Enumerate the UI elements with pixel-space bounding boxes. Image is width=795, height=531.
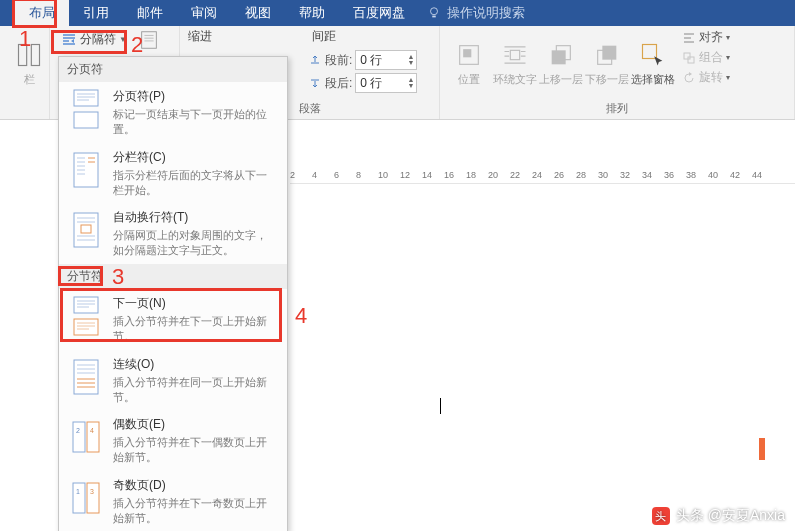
wrap-label: 环绕文字 — [493, 72, 537, 87]
spacing-before-value: 0 行 — [360, 52, 382, 69]
indent-heading: 缩进 — [186, 28, 212, 45]
spinner-arrows-icon[interactable]: ▲▼ — [407, 77, 414, 89]
position-icon — [455, 41, 483, 69]
wrap-text-button[interactable]: 环绕文字 — [492, 28, 538, 100]
menu-item-page-break[interactable]: 分页符(P) 标记一页结束与下一页开始的位置。 — [59, 82, 287, 143]
menu-item-next-page[interactable]: 下一页(N) 插入分节符并在下一页上开始新节。 — [59, 289, 287, 350]
menu-item-text-wrapping-break[interactable]: 自动换行符(T) 分隔网页上的对象周围的文字，如分隔题注文字与正文。 — [59, 203, 287, 264]
tab-help[interactable]: 帮助 — [285, 0, 339, 26]
column-break-icon — [69, 149, 103, 191]
annotation-number-1: 1 — [19, 26, 31, 52]
menu-item-even-page[interactable]: 24 偶数页(E) 插入分节符并在下一偶数页上开始新节。 — [59, 410, 287, 471]
chevron-down-icon: ▼ — [119, 35, 127, 44]
position-label: 位置 — [458, 72, 480, 87]
forward-label: 上移一层 — [539, 72, 583, 87]
ruler-tick: 26 — [554, 170, 564, 180]
svg-rect-20 — [74, 319, 98, 335]
svg-text:4: 4 — [90, 427, 94, 434]
ruler-tick: 44 — [752, 170, 762, 180]
menu-item-title: 奇数页(D) — [113, 477, 277, 494]
tab-mail[interactable]: 邮件 — [123, 0, 177, 26]
text-cursor — [440, 398, 441, 414]
spacing-before-icon — [308, 53, 322, 67]
ruler-tick: 20 — [488, 170, 498, 180]
ruler-tick: 4 — [312, 170, 317, 180]
svg-rect-12 — [684, 53, 690, 59]
tell-me-label: 操作说明搜索 — [447, 4, 525, 22]
bring-forward-button[interactable]: 上移一层 — [538, 28, 584, 100]
selection-pane-button[interactable]: 选择窗格 — [630, 28, 676, 100]
even-page-icon: 24 — [69, 416, 103, 458]
ruler-tick: 12 — [400, 170, 410, 180]
tab-references[interactable]: 引用 — [69, 0, 123, 26]
continuous-icon — [69, 356, 103, 398]
menu-item-title: 分栏符(C) — [113, 149, 277, 166]
menu-item-column-break[interactable]: 分栏符(C) 指示分栏符后面的文字将从下一栏开始。 — [59, 143, 287, 204]
ruler-tick: 6 — [334, 170, 339, 180]
rotate-button[interactable]: 旋转▾ — [680, 68, 732, 87]
spinner-arrows-icon[interactable]: ▲▼ — [407, 54, 414, 66]
horizontal-ruler[interactable]: 2468101214161820222426283032343638404244 — [290, 166, 795, 184]
tab-review[interactable]: 审阅 — [177, 0, 231, 26]
watermark-text: 头条 @安夏Anxia — [676, 507, 785, 525]
menu-item-desc: 插入分节符并在同一页上开始新节。 — [113, 375, 277, 405]
menu-item-desc: 插入分节符并在下一偶数页上开始新节。 — [113, 435, 277, 465]
annotation-number-3: 3 — [112, 264, 124, 290]
columns-label: 栏 — [24, 72, 35, 87]
group-label-arrange: 排列 — [440, 101, 794, 116]
backward-icon — [593, 41, 621, 69]
send-backward-button[interactable]: 下移一层 — [584, 28, 630, 100]
ruler-tick: 24 — [532, 170, 542, 180]
spacing-after-input[interactable]: 0 行 ▲▼ — [355, 73, 417, 93]
menu-item-title: 下一页(N) — [113, 295, 277, 312]
text-wrap-break-icon — [69, 209, 103, 251]
menu-item-odd-page[interactable]: 13 奇数页(D) 插入分节符并在下一奇数页上开始新节。 — [59, 471, 287, 531]
menu-item-desc: 插入分节符并在下一页上开始新节。 — [113, 314, 277, 344]
tab-baidu[interactable]: 百度网盘 — [339, 0, 419, 26]
menu-heading-page-breaks: 分页符 — [59, 57, 287, 82]
menu-item-desc: 分隔网页上的对象周围的文字，如分隔题注文字与正文。 — [113, 228, 277, 258]
annotation-number-4: 4 — [295, 303, 307, 329]
watermark: 头 头条 @安夏Anxia — [652, 507, 785, 525]
svg-text:1: 1 — [76, 488, 80, 495]
tab-view[interactable]: 视图 — [231, 0, 285, 26]
svg-rect-7 — [552, 50, 566, 64]
tab-layout[interactable]: 布局 — [15, 0, 69, 26]
ruler-tick: 36 — [664, 170, 674, 180]
tell-me-search[interactable]: 操作说明搜索 — [427, 0, 525, 26]
spacing-before-label: 段前: — [325, 52, 352, 69]
spacing-before-input[interactable]: 0 行 ▲▼ — [355, 50, 417, 70]
breaks-dropdown-menu: 分页符 分页符(P) 标记一页结束与下一页开始的位置。 分栏符(C) 指示分栏符… — [58, 56, 288, 531]
menu-item-title: 自动换行符(T) — [113, 209, 277, 226]
spacing-heading: 间距 — [310, 28, 336, 45]
menu-item-desc: 标记一页结束与下一页开始的位置。 — [113, 107, 277, 137]
page-edge-marker — [759, 438, 765, 460]
ruler-tick: 16 — [444, 170, 454, 180]
svg-rect-19 — [74, 297, 98, 313]
menu-item-title: 连续(O) — [113, 356, 277, 373]
ruler-tick: 30 — [598, 170, 608, 180]
menu-item-desc: 插入分节符并在下一奇数页上开始新节。 — [113, 496, 277, 526]
spacing-after-label: 段后: — [325, 75, 352, 92]
spacing-after-icon — [308, 76, 322, 90]
lightbulb-icon — [427, 6, 441, 20]
breaks-dropdown-button[interactable]: 分隔符 ▼ — [56, 28, 132, 51]
svg-text:2: 2 — [76, 427, 80, 434]
menu-item-desc: 指示分栏符后面的文字将从下一栏开始。 — [113, 168, 277, 198]
watermark-badge-icon: 头 — [652, 507, 670, 525]
ruler-tick: 32 — [620, 170, 630, 180]
ruler-tick: 2 — [290, 170, 295, 180]
ruler-tick: 38 — [686, 170, 696, 180]
align-icon — [682, 31, 696, 45]
svg-rect-13 — [688, 57, 694, 63]
svg-rect-6 — [510, 50, 519, 59]
align-button[interactable]: 对齐▾ — [680, 28, 732, 47]
ruler-tick: 18 — [466, 170, 476, 180]
svg-rect-3 — [142, 31, 157, 48]
ruler-tick: 42 — [730, 170, 740, 180]
menu-item-continuous[interactable]: 连续(O) 插入分节符并在同一页上开始新节。 — [59, 350, 287, 411]
group-button[interactable]: 组合▾ — [680, 48, 732, 67]
menu-item-title: 偶数页(E) — [113, 416, 277, 433]
menu-item-title: 分页符(P) — [113, 88, 277, 105]
position-button[interactable]: 位置 — [446, 28, 492, 100]
